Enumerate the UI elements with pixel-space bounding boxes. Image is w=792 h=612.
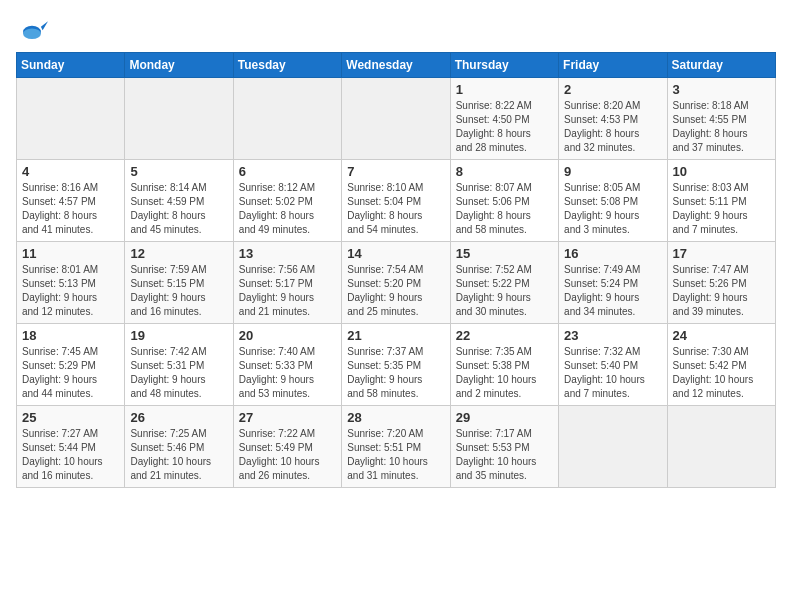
- header-row: [16, 16, 776, 48]
- day-info: Sunrise: 7:17 AMSunset: 5:53 PMDaylight:…: [456, 427, 553, 483]
- week-row-4: 18Sunrise: 7:45 AMSunset: 5:29 PMDayligh…: [17, 324, 776, 406]
- calendar-cell: [125, 78, 233, 160]
- day-number: 3: [673, 82, 770, 97]
- calendar-cell: 8Sunrise: 8:07 AMSunset: 5:06 PMDaylight…: [450, 160, 558, 242]
- calendar-table: SundayMondayTuesdayWednesdayThursdayFrid…: [16, 52, 776, 488]
- calendar-cell: 19Sunrise: 7:42 AMSunset: 5:31 PMDayligh…: [125, 324, 233, 406]
- header-row-days: SundayMondayTuesdayWednesdayThursdayFrid…: [17, 53, 776, 78]
- day-number: 6: [239, 164, 336, 179]
- calendar-cell: 13Sunrise: 7:56 AMSunset: 5:17 PMDayligh…: [233, 242, 341, 324]
- day-header-monday: Monday: [125, 53, 233, 78]
- calendar-cell: [233, 78, 341, 160]
- day-header-thursday: Thursday: [450, 53, 558, 78]
- svg-point-2: [23, 28, 41, 39]
- day-info: Sunrise: 8:20 AMSunset: 4:53 PMDaylight:…: [564, 99, 661, 155]
- day-info: Sunrise: 8:12 AMSunset: 5:02 PMDaylight:…: [239, 181, 336, 237]
- calendar-cell: 2Sunrise: 8:20 AMSunset: 4:53 PMDaylight…: [559, 78, 667, 160]
- calendar-cell: 12Sunrise: 7:59 AMSunset: 5:15 PMDayligh…: [125, 242, 233, 324]
- day-number: 12: [130, 246, 227, 261]
- day-number: 23: [564, 328, 661, 343]
- day-number: 4: [22, 164, 119, 179]
- logo: [16, 16, 54, 48]
- day-number: 2: [564, 82, 661, 97]
- day-info: Sunrise: 7:27 AMSunset: 5:44 PMDaylight:…: [22, 427, 119, 483]
- day-number: 18: [22, 328, 119, 343]
- day-info: Sunrise: 7:45 AMSunset: 5:29 PMDaylight:…: [22, 345, 119, 401]
- calendar-cell: 14Sunrise: 7:54 AMSunset: 5:20 PMDayligh…: [342, 242, 450, 324]
- day-number: 7: [347, 164, 444, 179]
- day-info: Sunrise: 8:05 AMSunset: 5:08 PMDaylight:…: [564, 181, 661, 237]
- day-number: 13: [239, 246, 336, 261]
- day-header-saturday: Saturday: [667, 53, 775, 78]
- day-info: Sunrise: 8:16 AMSunset: 4:57 PMDaylight:…: [22, 181, 119, 237]
- day-number: 25: [22, 410, 119, 425]
- day-info: Sunrise: 8:03 AMSunset: 5:11 PMDaylight:…: [673, 181, 770, 237]
- svg-marker-1: [41, 21, 48, 30]
- day-number: 8: [456, 164, 553, 179]
- day-info: Sunrise: 7:52 AMSunset: 5:22 PMDaylight:…: [456, 263, 553, 319]
- calendar-cell: [559, 406, 667, 488]
- day-info: Sunrise: 7:20 AMSunset: 5:51 PMDaylight:…: [347, 427, 444, 483]
- day-info: Sunrise: 7:35 AMSunset: 5:38 PMDaylight:…: [456, 345, 553, 401]
- week-row-3: 11Sunrise: 8:01 AMSunset: 5:13 PMDayligh…: [17, 242, 776, 324]
- calendar-cell: 4Sunrise: 8:16 AMSunset: 4:57 PMDaylight…: [17, 160, 125, 242]
- day-info: Sunrise: 8:18 AMSunset: 4:55 PMDaylight:…: [673, 99, 770, 155]
- calendar-cell: 17Sunrise: 7:47 AMSunset: 5:26 PMDayligh…: [667, 242, 775, 324]
- day-header-tuesday: Tuesday: [233, 53, 341, 78]
- day-number: 28: [347, 410, 444, 425]
- day-info: Sunrise: 7:42 AMSunset: 5:31 PMDaylight:…: [130, 345, 227, 401]
- day-number: 10: [673, 164, 770, 179]
- calendar-cell: 7Sunrise: 8:10 AMSunset: 5:04 PMDaylight…: [342, 160, 450, 242]
- calendar-cell: 29Sunrise: 7:17 AMSunset: 5:53 PMDayligh…: [450, 406, 558, 488]
- day-number: 24: [673, 328, 770, 343]
- week-row-2: 4Sunrise: 8:16 AMSunset: 4:57 PMDaylight…: [17, 160, 776, 242]
- day-number: 1: [456, 82, 553, 97]
- calendar-cell: 18Sunrise: 7:45 AMSunset: 5:29 PMDayligh…: [17, 324, 125, 406]
- day-number: 17: [673, 246, 770, 261]
- calendar-cell: 1Sunrise: 8:22 AMSunset: 4:50 PMDaylight…: [450, 78, 558, 160]
- day-info: Sunrise: 8:10 AMSunset: 5:04 PMDaylight:…: [347, 181, 444, 237]
- calendar-cell: [17, 78, 125, 160]
- calendar-cell: 3Sunrise: 8:18 AMSunset: 4:55 PMDaylight…: [667, 78, 775, 160]
- day-number: 27: [239, 410, 336, 425]
- day-info: Sunrise: 7:32 AMSunset: 5:40 PMDaylight:…: [564, 345, 661, 401]
- calendar-cell: 16Sunrise: 7:49 AMSunset: 5:24 PMDayligh…: [559, 242, 667, 324]
- day-header-sunday: Sunday: [17, 53, 125, 78]
- calendar-cell: 28Sunrise: 7:20 AMSunset: 5:51 PMDayligh…: [342, 406, 450, 488]
- calendar-cell: 6Sunrise: 8:12 AMSunset: 5:02 PMDaylight…: [233, 160, 341, 242]
- day-number: 20: [239, 328, 336, 343]
- day-number: 9: [564, 164, 661, 179]
- calendar-cell: 24Sunrise: 7:30 AMSunset: 5:42 PMDayligh…: [667, 324, 775, 406]
- calendar-cell: 9Sunrise: 8:05 AMSunset: 5:08 PMDaylight…: [559, 160, 667, 242]
- day-info: Sunrise: 8:14 AMSunset: 4:59 PMDaylight:…: [130, 181, 227, 237]
- day-info: Sunrise: 7:47 AMSunset: 5:26 PMDaylight:…: [673, 263, 770, 319]
- calendar-cell: 22Sunrise: 7:35 AMSunset: 5:38 PMDayligh…: [450, 324, 558, 406]
- day-info: Sunrise: 7:54 AMSunset: 5:20 PMDaylight:…: [347, 263, 444, 319]
- calendar-cell: 27Sunrise: 7:22 AMSunset: 5:49 PMDayligh…: [233, 406, 341, 488]
- logo-icon: [16, 16, 48, 48]
- day-number: 14: [347, 246, 444, 261]
- week-row-5: 25Sunrise: 7:27 AMSunset: 5:44 PMDayligh…: [17, 406, 776, 488]
- day-info: Sunrise: 7:56 AMSunset: 5:17 PMDaylight:…: [239, 263, 336, 319]
- day-info: Sunrise: 7:37 AMSunset: 5:35 PMDaylight:…: [347, 345, 444, 401]
- day-info: Sunrise: 7:22 AMSunset: 5:49 PMDaylight:…: [239, 427, 336, 483]
- calendar-cell: 21Sunrise: 7:37 AMSunset: 5:35 PMDayligh…: [342, 324, 450, 406]
- day-info: Sunrise: 8:22 AMSunset: 4:50 PMDaylight:…: [456, 99, 553, 155]
- calendar-cell: 5Sunrise: 8:14 AMSunset: 4:59 PMDaylight…: [125, 160, 233, 242]
- day-info: Sunrise: 8:07 AMSunset: 5:06 PMDaylight:…: [456, 181, 553, 237]
- day-number: 11: [22, 246, 119, 261]
- day-number: 21: [347, 328, 444, 343]
- day-info: Sunrise: 7:49 AMSunset: 5:24 PMDaylight:…: [564, 263, 661, 319]
- calendar-cell: 15Sunrise: 7:52 AMSunset: 5:22 PMDayligh…: [450, 242, 558, 324]
- day-number: 19: [130, 328, 227, 343]
- calendar-container: SundayMondayTuesdayWednesdayThursdayFrid…: [0, 0, 792, 496]
- day-info: Sunrise: 7:30 AMSunset: 5:42 PMDaylight:…: [673, 345, 770, 401]
- calendar-cell: 25Sunrise: 7:27 AMSunset: 5:44 PMDayligh…: [17, 406, 125, 488]
- day-info: Sunrise: 7:59 AMSunset: 5:15 PMDaylight:…: [130, 263, 227, 319]
- day-number: 5: [130, 164, 227, 179]
- day-number: 29: [456, 410, 553, 425]
- day-number: 26: [130, 410, 227, 425]
- calendar-cell: 26Sunrise: 7:25 AMSunset: 5:46 PMDayligh…: [125, 406, 233, 488]
- calendar-cell: 11Sunrise: 8:01 AMSunset: 5:13 PMDayligh…: [17, 242, 125, 324]
- day-info: Sunrise: 7:40 AMSunset: 5:33 PMDaylight:…: [239, 345, 336, 401]
